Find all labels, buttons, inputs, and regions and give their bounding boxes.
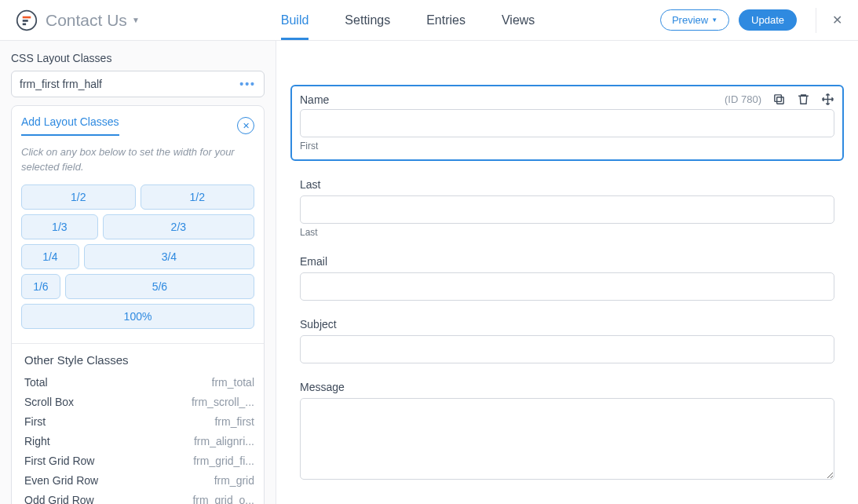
- css-classes-input[interactable]: [20, 78, 237, 90]
- layout-cell-half[interactable]: 1/2: [21, 184, 136, 210]
- subject-input[interactable]: [300, 335, 834, 363]
- selected-field-header: Name (ID 780): [300, 93, 834, 106]
- update-button[interactable]: Update: [739, 9, 797, 31]
- other-class: frm_scroll_...: [192, 396, 254, 408]
- form-canvas: Name (ID 780) First Last Last Email Subj…: [276, 41, 858, 504]
- other-class: frm_first: [214, 415, 254, 428]
- layout-row: 1/6 5/6: [21, 274, 254, 299]
- page-title-text: Contact Us: [46, 11, 127, 30]
- close-button[interactable]: ✕: [816, 8, 842, 33]
- css-input-more-icon[interactable]: •••: [239, 78, 256, 90]
- close-icon: ✕: [243, 121, 250, 131]
- tab-build[interactable]: Build: [281, 0, 309, 40]
- main-tabs: Build Settings Entries Views: [281, 0, 535, 40]
- layout-cell-quarter[interactable]: 1/4: [21, 244, 79, 269]
- svg-rect-1: [23, 16, 31, 18]
- app-header: Contact Us ▼ Build Settings Entries View…: [0, 0, 858, 41]
- css-classes-input-wrap: •••: [11, 71, 265, 97]
- field-label: Subject: [300, 318, 834, 331]
- last-input[interactable]: [300, 195, 834, 224]
- field-message[interactable]: Message: [300, 381, 834, 482]
- layout-cell-sixth[interactable]: 1/6: [21, 274, 60, 299]
- other-class-row[interactable]: First Grid Rowfrm_grid_fi...: [24, 455, 254, 467]
- field-email[interactable]: Email: [300, 255, 834, 301]
- preview-button[interactable]: Preview ▼: [660, 9, 729, 31]
- email-input[interactable]: [300, 272, 834, 301]
- app-logo-icon: [16, 9, 38, 31]
- other-class: frm_grid: [214, 474, 254, 487]
- chevron-down-icon: ▼: [711, 16, 717, 24]
- other-class-row[interactable]: Odd Grid Rowfrm_grid_o...: [24, 494, 254, 504]
- field-sublabel: First: [300, 141, 834, 152]
- tab-entries[interactable]: Entries: [426, 0, 466, 40]
- layout-panel: Add Layout Classes ✕ Click on any box be…: [11, 105, 265, 504]
- other-name: First Grid Row: [24, 455, 94, 467]
- divider: [12, 343, 264, 344]
- other-name: Right: [24, 435, 50, 447]
- layout-row: 100%: [21, 304, 254, 329]
- other-class-row[interactable]: Rightfrm_alignri...: [24, 435, 254, 447]
- main-layout: CSS Layout Classes ••• Add Layout Classe…: [0, 41, 858, 504]
- other-classes-title: Other Style Classes: [21, 353, 254, 367]
- layout-cell-three-quarters[interactable]: 3/4: [84, 244, 254, 269]
- field-label: Name: [300, 93, 329, 106]
- other-class: frm_grid_o...: [192, 494, 254, 504]
- other-class-row[interactable]: Firstfrm_first: [24, 415, 254, 428]
- layout-cell-five-sixths[interactable]: 5/6: [65, 274, 254, 299]
- close-icon: ✕: [832, 13, 842, 27]
- field-label: Last: [300, 178, 834, 191]
- other-name: Scroll Box: [24, 396, 74, 408]
- other-classes-list: Totalfrm_total Scroll Boxfrm_scroll_... …: [21, 376, 254, 504]
- field-actions: [772, 93, 834, 106]
- svg-rect-4: [777, 97, 784, 104]
- layout-hint: Click on any box below to set the width …: [21, 145, 254, 175]
- other-class: frm_alignri...: [194, 435, 254, 447]
- field-label: Message: [300, 381, 834, 393]
- other-class: frm_grid_fi...: [193, 455, 254, 467]
- move-icon[interactable]: [821, 93, 834, 106]
- message-textarea[interactable]: [300, 398, 834, 480]
- field-subject[interactable]: Subject: [300, 318, 834, 363]
- other-name: Even Grid Row: [24, 474, 98, 487]
- layout-row: 1/4 3/4: [21, 244, 254, 269]
- field-last[interactable]: Last Last: [300, 178, 834, 238]
- other-name: Total: [24, 376, 48, 389]
- svg-rect-2: [23, 20, 28, 22]
- trash-icon[interactable]: [797, 93, 810, 106]
- other-name: First: [24, 415, 46, 428]
- layout-cell-two-thirds[interactable]: 2/3: [103, 214, 254, 239]
- tab-settings[interactable]: Settings: [345, 0, 390, 40]
- name-first-input[interactable]: [300, 109, 834, 137]
- layout-row: 1/2 1/2: [21, 184, 254, 210]
- layout-panel-header: Add Layout Classes ✕: [21, 115, 254, 136]
- field-sublabel: Last: [300, 227, 834, 238]
- field-id: (ID 780): [725, 93, 761, 105]
- chevron-down-icon: ▼: [132, 16, 140, 24]
- css-classes-label: CSS Layout Classes: [11, 52, 265, 64]
- tab-views[interactable]: Views: [502, 0, 535, 40]
- layout-cell-full[interactable]: 100%: [21, 304, 254, 329]
- other-name: Odd Grid Row: [24, 494, 94, 504]
- preview-label: Preview: [672, 14, 708, 26]
- sidebar: CSS Layout Classes ••• Add Layout Classe…: [0, 41, 276, 504]
- layout-panel-close[interactable]: ✕: [237, 117, 254, 134]
- other-class: frm_total: [212, 376, 254, 389]
- logo-title-wrap: Contact Us ▼: [16, 9, 140, 31]
- svg-rect-5: [775, 95, 782, 101]
- other-class-row[interactable]: Even Grid Rowfrm_grid: [24, 474, 254, 487]
- page-title[interactable]: Contact Us ▼: [46, 11, 140, 30]
- duplicate-icon[interactable]: [772, 93, 786, 106]
- header-actions: Preview ▼ Update ✕: [660, 8, 842, 33]
- layout-panel-tab[interactable]: Add Layout Classes: [21, 115, 119, 136]
- svg-rect-3: [23, 23, 26, 25]
- layout-row: 1/3 2/3: [21, 214, 254, 239]
- field-label: Email: [300, 255, 834, 268]
- layout-cell-half[interactable]: 1/2: [141, 184, 255, 210]
- layout-cell-third[interactable]: 1/3: [21, 214, 98, 239]
- field-name[interactable]: Name (ID 780) First: [290, 85, 844, 161]
- layout-grid: 1/2 1/2 1/3 2/3 1/4 3/4 1/6 5/6 100%: [21, 184, 254, 329]
- other-class-row[interactable]: Totalfrm_total: [24, 376, 254, 389]
- other-class-row[interactable]: Scroll Boxfrm_scroll_...: [24, 396, 254, 408]
